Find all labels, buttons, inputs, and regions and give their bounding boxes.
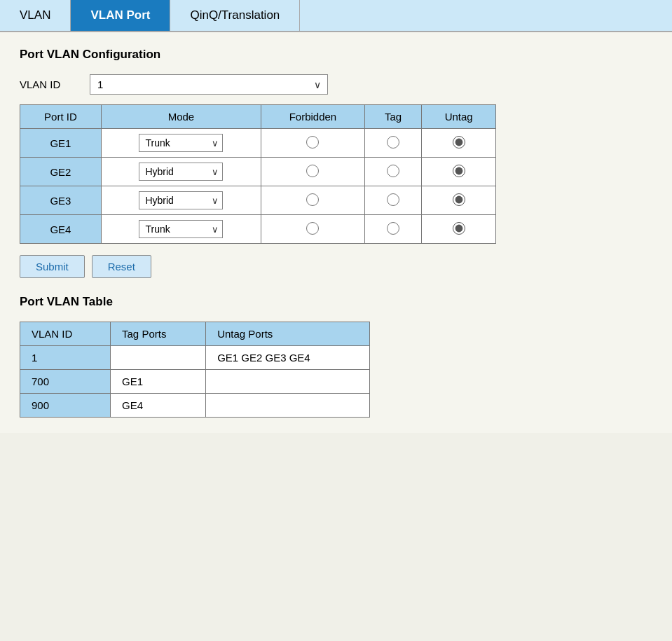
untag-radio[interactable] [453,193,465,206]
vlan-table-col-untagports: Untag Ports [206,322,370,346]
tag-ports-col: GE4 [111,394,206,418]
vlan-id-wrapper: 1 700 900 [90,74,328,95]
submit-button[interactable]: Submit [20,255,85,278]
vlan-id-row: VLAN ID 1 700 900 [20,74,652,95]
tag-radio[interactable] [387,165,399,177]
col-header-tag: Tag [364,105,421,129]
forbidden-radio[interactable] [306,222,319,235]
tab-vlan-port[interactable]: VLAN Port [71,0,170,31]
forbidden-cell [261,129,365,158]
table-row: GE4AccessTrunkHybrid [20,215,496,244]
untag-ports-col: GE1 GE2 GE3 GE4 [206,346,370,370]
vlan-id-col: 700 [20,370,111,394]
tag-radio[interactable] [387,193,399,206]
forbidden-cell [261,215,365,244]
mode-cell: AccessTrunkHybrid [101,129,261,158]
col-header-mode: Mode [101,105,261,129]
tab-bar: VLAN VLAN Port QinQ/Translation [0,0,672,32]
list-item: 700GE1 [20,370,370,394]
table-row: GE1AccessTrunkHybrid [20,129,496,158]
vlan-id-select[interactable]: 1 700 900 [90,74,328,95]
vlan-table: VLAN ID Tag Ports Untag Ports 1GE1 GE2 G… [20,322,370,418]
vlan-id-col: 1 [20,346,111,370]
untag-cell [422,129,496,158]
forbidden-cell [261,186,365,215]
col-header-port-id: Port ID [20,105,102,129]
tag-radio[interactable] [387,136,399,149]
table-row: GE3AccessTrunkHybrid [20,186,496,215]
forbidden-radio[interactable] [306,165,319,177]
button-row: Submit Reset [20,255,652,278]
tab-vlan[interactable]: VLAN [0,0,71,31]
mode-select[interactable]: AccessTrunkHybrid [139,191,223,209]
vlan-table-col-tagports: Tag Ports [111,322,206,346]
col-header-forbidden: Forbidden [261,105,365,129]
mode-cell: AccessTrunkHybrid [101,186,261,215]
untag-radio[interactable] [453,222,465,235]
tag-ports-col: GE1 [111,370,206,394]
vlan-table-col-vlanid: VLAN ID [20,322,111,346]
tag-radio[interactable] [387,222,399,235]
vlan-table-header-row: VLAN ID Tag Ports Untag Ports [20,322,370,346]
port-id-cell: GE4 [20,215,102,244]
forbidden-cell [261,158,365,186]
mode-select[interactable]: AccessTrunkHybrid [139,163,223,181]
untag-radio[interactable] [453,165,465,177]
vlan-id-label: VLAN ID [20,78,76,90]
table-section-title: Port VLAN Table [20,295,652,309]
untag-cell [422,186,496,215]
untag-cell [422,158,496,186]
mode-select[interactable]: AccessTrunkHybrid [139,220,223,238]
mode-cell: AccessTrunkHybrid [101,215,261,244]
untag-cell [422,215,496,244]
table-row: GE2AccessTrunkHybrid [20,158,496,186]
config-table: Port ID Mode Forbidden Tag Untag GE1Acce… [20,104,496,244]
tag-cell [364,129,421,158]
untag-radio[interactable] [453,136,465,149]
col-header-untag: Untag [422,105,496,129]
config-table-header-row: Port ID Mode Forbidden Tag Untag [20,105,496,129]
mode-select[interactable]: AccessTrunkHybrid [139,134,223,152]
mode-cell: AccessTrunkHybrid [101,158,261,186]
main-content: Port VLAN Configuration VLAN ID 1 700 90… [0,32,672,433]
tag-cell [364,215,421,244]
vlan-id-col: 900 [20,394,111,418]
config-section-title: Port VLAN Configuration [20,48,652,62]
tag-ports-col [111,346,206,370]
list-item: 1GE1 GE2 GE3 GE4 [20,346,370,370]
tag-cell [364,186,421,215]
reset-button[interactable]: Reset [92,255,151,278]
forbidden-radio[interactable] [306,136,319,149]
tag-cell [364,158,421,186]
untag-ports-col [206,394,370,418]
list-item: 900GE4 [20,394,370,418]
port-id-cell: GE2 [20,158,102,186]
port-id-cell: GE3 [20,186,102,215]
port-id-cell: GE1 [20,129,102,158]
tab-qinq[interactable]: QinQ/Translation [170,0,300,31]
untag-ports-col [206,370,370,394]
forbidden-radio[interactable] [306,193,319,206]
